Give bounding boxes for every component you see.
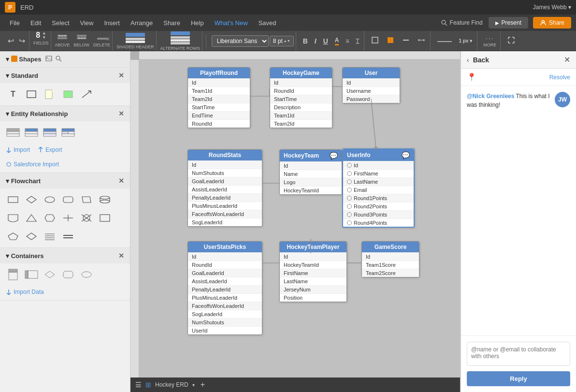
ct-vertical[interactable] bbox=[6, 267, 20, 282]
fc-list[interactable] bbox=[43, 229, 57, 244]
line-color-button[interactable] bbox=[399, 34, 413, 47]
menu-whats-new[interactable]: What's New bbox=[210, 17, 253, 29]
shaded-header-button[interactable]: SHADED HEADER bbox=[116, 33, 154, 49]
erd-shape-1[interactable] bbox=[6, 125, 20, 140]
salesforce-import-link[interactable]: Salesforce Import bbox=[6, 161, 59, 168]
fc-cylinder[interactable] bbox=[98, 192, 112, 207]
entity-relationship-header[interactable]: ▾ Entity Relationship ✕ bbox=[0, 106, 130, 121]
resolve-button[interactable]: Resolve bbox=[549, 74, 570, 81]
fill-color-button[interactable] bbox=[384, 34, 397, 47]
add-page-button[interactable]: + bbox=[201, 380, 205, 389]
menu-select[interactable]: Select bbox=[47, 17, 74, 29]
fc-pentagon[interactable] bbox=[6, 229, 20, 244]
fc-equals[interactable] bbox=[61, 229, 75, 244]
below-button[interactable]: BELOW bbox=[74, 35, 90, 47]
menu-view[interactable]: View bbox=[75, 17, 99, 29]
fc-parallelogram[interactable] bbox=[79, 192, 94, 207]
more-button[interactable]: ··· MORE bbox=[481, 32, 498, 49]
erd-shape-4[interactable] bbox=[61, 125, 75, 140]
fc-diamond[interactable] bbox=[24, 192, 39, 207]
delete-button[interactable]: ✕ DELETE bbox=[93, 35, 110, 47]
fc-hexagon[interactable] bbox=[43, 211, 57, 225]
standard-header[interactable]: ▾ Standard ✕ bbox=[0, 68, 130, 83]
fields-stepper[interactable]: ▲ ▼ bbox=[42, 31, 46, 40]
fc-rounded-rect[interactable] bbox=[61, 192, 75, 207]
export-link[interactable]: Export bbox=[38, 146, 62, 153]
table-user[interactable]: User Id Username Password bbox=[342, 67, 400, 103]
fc-cross[interactable] bbox=[61, 211, 75, 225]
present-button[interactable]: Present bbox=[489, 17, 528, 29]
entity-relationship-close[interactable]: ✕ bbox=[118, 110, 124, 117]
ct-ellipse[interactable] bbox=[79, 267, 94, 282]
table-round-stats[interactable]: RoundStats Id NumShutouts GoalLeaderId A… bbox=[187, 149, 262, 227]
text-direction-button[interactable]: ⌶ bbox=[353, 36, 362, 46]
menu-arrange[interactable]: Arrange bbox=[126, 17, 158, 29]
erd-shape-3[interactable] bbox=[43, 125, 57, 140]
text-shape[interactable]: T bbox=[6, 87, 20, 102]
fc-ellipse[interactable] bbox=[43, 192, 57, 207]
font-family-select[interactable]: Liberation Sans bbox=[212, 35, 269, 47]
share-button[interactable]: Share bbox=[533, 17, 571, 29]
fc-diamond2[interactable] bbox=[24, 229, 39, 244]
fc-rect[interactable] bbox=[6, 192, 20, 207]
rect-shape[interactable] bbox=[24, 87, 39, 102]
image-icon[interactable] bbox=[45, 55, 52, 63]
search-icon[interactable] bbox=[55, 55, 62, 63]
arrow-shape[interactable] bbox=[79, 87, 94, 102]
connector-button[interactable] bbox=[415, 34, 428, 47]
menu-edit[interactable]: Edit bbox=[26, 17, 46, 29]
table-hockey-game[interactable]: HockeyGame Id RoundId StartTime Descript… bbox=[270, 67, 332, 128]
flowchart-header[interactable]: ▾ Flowchart ✕ bbox=[0, 173, 130, 189]
comment-pin-icon2[interactable]: 💬 bbox=[402, 151, 410, 159]
ct-rounded[interactable] bbox=[61, 267, 75, 282]
containers-close[interactable]: ✕ bbox=[118, 252, 124, 260]
menu-file[interactable]: File bbox=[5, 17, 25, 29]
ct-diamond[interactable] bbox=[43, 267, 57, 282]
grid-view-button[interactable]: ⊞ bbox=[145, 381, 151, 389]
erd-shape-2[interactable] bbox=[24, 125, 39, 140]
shapes-header[interactable]: ▾ Shapes bbox=[0, 51, 130, 67]
feature-find[interactable]: Feature Find bbox=[436, 17, 488, 28]
comment-input[interactable] bbox=[467, 342, 570, 366]
fullscreen-button[interactable] bbox=[504, 34, 518, 47]
back-button[interactable]: ‹ bbox=[467, 56, 469, 64]
standard-close[interactable]: ✕ bbox=[118, 72, 124, 79]
menu-help[interactable]: Help bbox=[186, 17, 209, 29]
font-color-button[interactable]: A bbox=[332, 35, 342, 47]
bold-button[interactable]: B bbox=[300, 35, 311, 47]
redo-button[interactable]: ↪ bbox=[17, 35, 27, 46]
table-hockey-team[interactable]: HockeyTeam 💬 Id Name Logo HockeyTeamId bbox=[279, 149, 342, 195]
above-button[interactable]: ABOVE bbox=[55, 35, 70, 47]
fc-doc[interactable] bbox=[6, 211, 20, 225]
table-user-info[interactable]: UserInfo 💬 Id FirstName LastName Email R… bbox=[342, 148, 415, 228]
font-size-selector[interactable]: 8 pt ▲▼ bbox=[270, 36, 294, 46]
fc-x[interactable] bbox=[79, 211, 94, 225]
fc-triangle[interactable] bbox=[24, 211, 39, 225]
table-user-stats-picks[interactable]: UserStatsPicks Id RoundId GoalLeaderId A… bbox=[187, 241, 262, 335]
color-shape[interactable] bbox=[61, 87, 75, 102]
import-data-link[interactable]: Import Data bbox=[6, 289, 44, 295]
list-view-button[interactable]: ☰ bbox=[135, 381, 142, 389]
undo-button[interactable]: ↩ bbox=[6, 35, 16, 46]
menu-insert[interactable]: Insert bbox=[99, 17, 125, 29]
alternate-rows-button[interactable]: ALTERNATE ROWS bbox=[160, 31, 200, 51]
note-shape[interactable] bbox=[43, 87, 57, 102]
table-game-score[interactable]: GameScore Id Team1Score Team2Score bbox=[361, 241, 419, 277]
table-hockey-team-player[interactable]: HockeyTeamPlayer Id HockeyTeamId FirstNa… bbox=[279, 241, 347, 302]
reply-button[interactable]: Reply bbox=[467, 371, 570, 386]
ct-horizontal[interactable] bbox=[24, 267, 39, 282]
underline-button[interactable]: U bbox=[320, 35, 331, 47]
page-dropdown[interactable]: ▾ bbox=[192, 382, 195, 388]
import-link[interactable]: Import bbox=[6, 146, 30, 153]
border-style-button[interactable] bbox=[368, 34, 382, 47]
flowchart-close[interactable]: ✕ bbox=[118, 177, 124, 185]
fc-rect2[interactable] bbox=[98, 211, 112, 225]
align-left-button[interactable]: ≡ bbox=[343, 36, 352, 46]
line-width-button[interactable]: 1 px ▾ bbox=[456, 36, 475, 45]
italic-button[interactable]: I bbox=[312, 35, 319, 47]
line-style-button[interactable] bbox=[434, 35, 455, 47]
comment-panel-close[interactable]: ✕ bbox=[564, 55, 570, 64]
canvas-area[interactable]: PlayoffRound Id Team1Id Team2Id StartTim… bbox=[130, 51, 576, 392]
menu-share[interactable]: Share bbox=[158, 17, 185, 29]
comment-pin-icon[interactable]: 💬 bbox=[330, 152, 338, 160]
